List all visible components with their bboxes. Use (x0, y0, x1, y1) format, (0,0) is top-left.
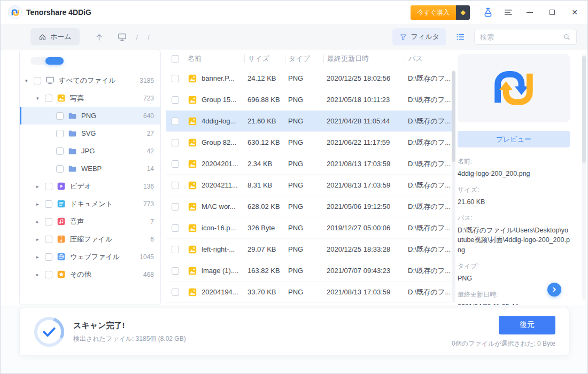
table-scrollbar-thumb[interactable] (452, 71, 455, 162)
file-size: 24.12 KB (244, 74, 285, 82)
file-size: 326 Byte (244, 224, 285, 232)
preview-field-label: 名前: (458, 157, 570, 166)
search-box (474, 29, 577, 45)
home-button[interactable]: ホーム (30, 28, 80, 45)
scan-detail: 検出されたファイル: 3185個 (8.02 GB) (73, 334, 186, 344)
checkbox[interactable] (45, 253, 52, 261)
checkbox[interactable] (172, 139, 179, 146)
tree-item[interactable]: SVG 27 (20, 124, 160, 142)
file-path: D:\既存のフ... (405, 223, 455, 233)
close-button[interactable]: ✕ (567, 5, 582, 20)
panel-scrollbar-thumb[interactable] (582, 56, 586, 163)
checkbox[interactable] (172, 160, 179, 168)
checkbox[interactable] (45, 271, 52, 278)
preview-field-value: D:\既存のファイル\Users\Desktop\youtube视频\封面\4d… (458, 225, 570, 254)
preview-button[interactable]: プレビュー (458, 131, 570, 147)
file-row[interactable]: banner.P... 24.12 KB PNG 2020/12/25 18:0… (166, 68, 455, 89)
file-type: PNG (285, 181, 323, 189)
file-name: 20204194... (202, 288, 238, 296)
tree-item[interactable]: ▸ ビデオ 136 (20, 177, 160, 195)
file-row[interactable]: MAC wor... 628.02 KB PNG 2021/05/06 19:1… (166, 196, 455, 217)
column-header-name[interactable]: 名前 (184, 54, 244, 63)
checkbox[interactable] (45, 218, 52, 225)
maximize-button[interactable] (545, 5, 560, 20)
file-name: 20204201... (202, 160, 238, 168)
buy-now-button[interactable]: 今すぐ購入 ◆ (411, 5, 470, 20)
checkbox[interactable] (56, 112, 64, 120)
sidebar-tab[interactable] (45, 57, 64, 65)
tree-item[interactable]: ▸ ウェブファイル 1045 (20, 248, 160, 266)
checkbox[interactable] (172, 246, 179, 253)
search-input[interactable] (480, 33, 563, 41)
file-row[interactable]: 4ddig-log... 21.60 KB PNG 2021/04/28 11:… (166, 111, 455, 132)
tree-item[interactable]: ▸ その他 468 (20, 266, 160, 283)
search-icon[interactable] (563, 33, 571, 41)
menu-icon[interactable] (502, 6, 515, 19)
expand-arrow-icon[interactable]: ▸ (36, 237, 45, 242)
checkbox[interactable] (172, 182, 179, 189)
expand-arrow-icon[interactable]: ▸ (36, 219, 45, 224)
filter-button[interactable]: フィルタ (392, 28, 446, 45)
checkbox[interactable] (172, 267, 179, 275)
column-header-size[interactable]: サイズ (244, 54, 285, 63)
file-row[interactable]: Group 15... 696.88 KB PNG 2021/05/18 10:… (166, 89, 455, 111)
restore-button[interactable]: 復元 (499, 316, 555, 334)
tree-item[interactable]: WEBP 14 (20, 160, 160, 177)
checkbox[interactable] (45, 236, 52, 243)
tree-item[interactable]: PNG 640 (20, 107, 160, 124)
checkbox[interactable] (172, 75, 179, 82)
star-icon (57, 270, 66, 279)
tree-item[interactable]: ▾ 写真 723 (20, 89, 160, 107)
expand-arrow-icon[interactable]: ▾ (36, 96, 45, 101)
checkbox[interactable] (56, 130, 64, 137)
tree-item[interactable]: JPG 42 (20, 142, 160, 160)
photo-icon (188, 287, 197, 297)
file-row[interactable]: 20204211... 8.31 KB PNG 2021/08/13 17:03… (166, 175, 455, 196)
checkbox[interactable] (56, 165, 64, 173)
checkbox[interactable] (172, 289, 179, 296)
file-row[interactable]: left-right-... 29.07 KB PNG 2020/12/25 1… (166, 239, 455, 260)
tree-item[interactable]: ▸ ドキュメント 773 (20, 195, 160, 213)
list-view-icon[interactable] (453, 29, 468, 44)
checkbox[interactable] (172, 118, 179, 125)
expand-arrow-icon[interactable]: ▸ (36, 254, 45, 260)
tree-item[interactable]: ▾ すべてのファイル 3185 (20, 72, 160, 89)
checkbox[interactable] (172, 96, 179, 104)
file-row[interactable]: Group 82... 630.12 KB PNG 2021/06/22 11:… (166, 132, 455, 153)
column-header-path[interactable]: パス (405, 54, 455, 63)
tree-item[interactable]: ▸ 圧縮ファイル 6 (20, 230, 160, 248)
select-all-checkbox[interactable] (172, 55, 179, 63)
photo-icon (188, 223, 197, 233)
expand-arrow-icon[interactable]: ▸ (36, 201, 45, 207)
expand-arrow-icon[interactable]: ▸ (36, 272, 45, 277)
navigate-up-button[interactable] (95, 33, 104, 42)
checkbox[interactable] (172, 203, 179, 211)
photo-icon (188, 74, 197, 83)
file-type: PNG (285, 224, 323, 232)
next-file-button[interactable] (547, 283, 561, 297)
tree-item[interactable]: ▸ 音声 7 (20, 213, 160, 230)
file-row[interactable]: 20204201... 2.34 KB PNG 2021/08/13 17:03… (166, 153, 455, 175)
checkbox[interactable] (45, 200, 52, 208)
expand-arrow-icon[interactable]: ▾ (25, 78, 34, 83)
expand-arrow-icon[interactable]: ▸ (36, 184, 45, 189)
checkbox[interactable] (45, 95, 52, 102)
photo-icon (188, 266, 197, 276)
titlebar: Tenorshare 4DDiG 今すぐ購入 ◆ ✕ (1, 1, 587, 24)
column-header-modified[interactable]: 最終更新日時 (323, 54, 405, 63)
file-row[interactable]: icon-16.p... 326 Byte PNG 2019/12/27 05:… (166, 217, 455, 239)
file-row[interactable]: image (1).... 163.82 KB PNG 2021/07/07 0… (166, 260, 455, 282)
checkbox[interactable] (34, 77, 41, 84)
minimize-button[interactable] (522, 5, 537, 20)
photo-icon (188, 159, 197, 169)
checkbox[interactable] (56, 147, 64, 155)
file-table-header: 名前 サイズ タイプ 最終更新日時 パス (166, 50, 455, 68)
checkbox[interactable] (172, 224, 179, 232)
breadcrumb-item[interactable] (131, 33, 143, 41)
checkbox[interactable] (45, 183, 52, 190)
column-header-type[interactable]: タイプ (285, 54, 323, 63)
file-row[interactable]: 20204194... 33.70 KB PNG 2021/08/13 17:0… (166, 282, 455, 303)
breadcrumb-item[interactable] (143, 33, 154, 41)
file-modified: 2021/08/13 17:03:59 (323, 160, 405, 168)
lab-flask-icon[interactable] (482, 6, 494, 19)
